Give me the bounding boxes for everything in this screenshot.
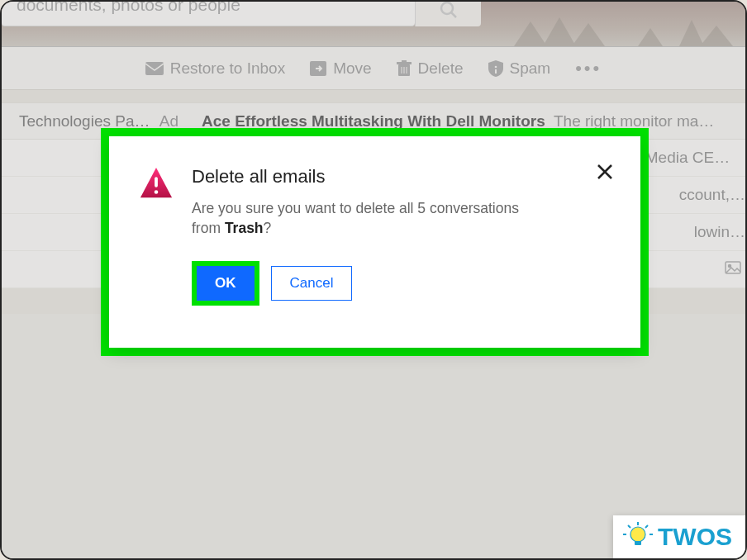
tutorial-highlight-dialog: Delete all emails Are you sure you want … bbox=[101, 128, 649, 356]
svg-line-23 bbox=[628, 525, 630, 528]
lightbulb-icon bbox=[623, 522, 653, 552]
delete-all-confirm-dialog: Delete all emails Are you sure you want … bbox=[109, 136, 640, 348]
svg-rect-19 bbox=[635, 541, 641, 545]
ok-button[interactable]: OK bbox=[197, 266, 255, 301]
tutorial-highlight-ok: OK bbox=[192, 261, 259, 306]
svg-rect-16 bbox=[155, 177, 158, 187]
mail-app-window: documents, photos or people Restore to I… bbox=[0, 0, 747, 560]
svg-point-18 bbox=[630, 527, 645, 542]
svg-line-24 bbox=[645, 525, 648, 528]
cancel-button[interactable]: Cancel bbox=[271, 266, 353, 301]
close-icon bbox=[596, 163, 614, 181]
dialog-title: Delete all emails bbox=[192, 166, 547, 187]
dialog-message: Are you sure you want to delete all 5 co… bbox=[192, 199, 547, 238]
warning-icon bbox=[139, 166, 174, 204]
dialog-close-button[interactable] bbox=[596, 163, 614, 184]
watermark-text: TWOS bbox=[658, 523, 732, 551]
svg-point-17 bbox=[155, 190, 159, 194]
twos-watermark: TWOS bbox=[613, 515, 745, 558]
